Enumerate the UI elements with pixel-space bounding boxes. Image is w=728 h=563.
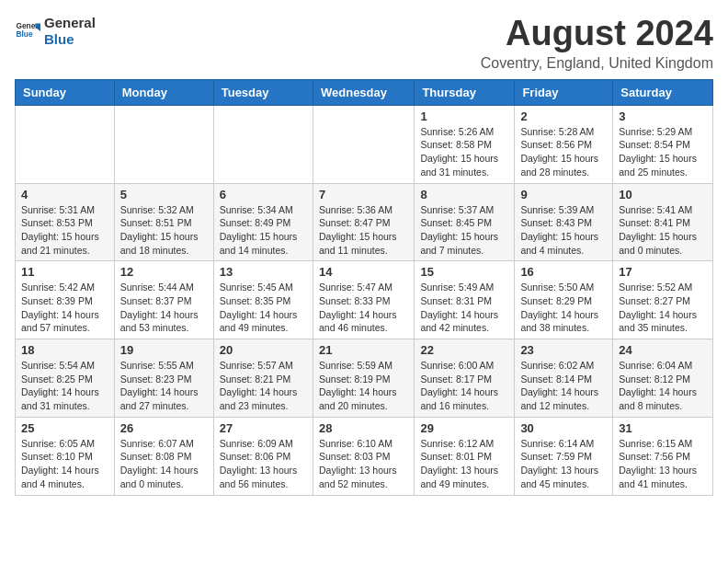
calendar-cell: 23Sunrise: 6:02 AM Sunset: 8:14 PM Dayli… (515, 339, 613, 418)
calendar-cell (313, 105, 414, 183)
day-number: 22 (420, 343, 508, 357)
day-info: Sunrise: 6:09 AM Sunset: 8:06 PM Dayligh… (220, 437, 307, 491)
day-header-wednesday: Wednesday (313, 79, 414, 105)
calendar-cell: 19Sunrise: 5:55 AM Sunset: 8:23 PM Dayli… (114, 339, 213, 418)
calendar-cell: 14Sunrise: 5:47 AM Sunset: 8:33 PM Dayli… (313, 261, 414, 339)
day-info: Sunrise: 6:07 AM Sunset: 8:08 PM Dayligh… (120, 437, 208, 491)
calendar-cell: 21Sunrise: 5:59 AM Sunset: 8:19 PM Dayli… (313, 339, 414, 418)
location-title: Coventry, England, United Kingdom (481, 55, 713, 72)
calendar-cell: 30Sunrise: 6:14 AM Sunset: 7:59 PM Dayli… (515, 417, 613, 495)
calendar-cell: 26Sunrise: 6:07 AM Sunset: 8:08 PM Dayli… (114, 417, 213, 495)
day-number: 28 (319, 421, 408, 435)
calendar-table: SundayMondayTuesdayWednesdayThursdayFrid… (15, 79, 713, 496)
day-header-monday: Monday (114, 79, 213, 105)
day-number: 13 (220, 265, 307, 279)
week-row-1: 1Sunrise: 5:26 AM Sunset: 8:58 PM Daylig… (16, 105, 713, 183)
day-info: Sunrise: 5:32 AM Sunset: 8:51 PM Dayligh… (120, 203, 208, 258)
calendar-cell: 4Sunrise: 5:31 AM Sunset: 8:53 PM Daylig… (16, 183, 115, 261)
day-number: 27 (220, 421, 307, 435)
day-number: 16 (520, 265, 607, 279)
day-number: 26 (120, 421, 208, 435)
day-info: Sunrise: 6:12 AM Sunset: 8:01 PM Dayligh… (420, 437, 508, 491)
calendar-cell: 5Sunrise: 5:32 AM Sunset: 8:51 PM Daylig… (114, 183, 213, 261)
day-info: Sunrise: 5:52 AM Sunset: 8:27 PM Dayligh… (619, 281, 707, 335)
day-info: Sunrise: 5:50 AM Sunset: 8:29 PM Dayligh… (520, 281, 607, 335)
calendar-cell: 28Sunrise: 6:10 AM Sunset: 8:03 PM Dayli… (313, 417, 414, 495)
calendar-cell (114, 105, 213, 183)
week-row-4: 18Sunrise: 5:54 AM Sunset: 8:25 PM Dayli… (16, 339, 713, 418)
day-number: 3 (619, 109, 707, 123)
day-info: Sunrise: 5:41 AM Sunset: 8:41 PM Dayligh… (619, 203, 707, 258)
day-number: 30 (520, 421, 607, 435)
logo: General Blue General Blue (15, 15, 96, 48)
logo-text-general: General (44, 15, 96, 31)
day-number: 18 (21, 343, 108, 357)
day-info: Sunrise: 5:26 AM Sunset: 8:58 PM Dayligh… (420, 125, 508, 179)
calendar-cell: 25Sunrise: 6:05 AM Sunset: 8:10 PM Dayli… (16, 417, 115, 495)
day-number: 8 (420, 188, 508, 201)
logo-icon: General Blue (15, 18, 40, 44)
week-row-5: 25Sunrise: 6:05 AM Sunset: 8:10 PM Dayli… (16, 417, 713, 495)
day-info: Sunrise: 6:00 AM Sunset: 8:17 PM Dayligh… (420, 359, 508, 413)
calendar-cell: 24Sunrise: 6:04 AM Sunset: 8:12 PM Dayli… (613, 339, 713, 418)
day-info: Sunrise: 5:55 AM Sunset: 8:23 PM Dayligh… (120, 359, 208, 413)
calendar-header-row: SundayMondayTuesdayWednesdayThursdayFrid… (16, 79, 713, 105)
calendar-cell: 29Sunrise: 6:12 AM Sunset: 8:01 PM Dayli… (415, 417, 515, 495)
calendar-cell: 12Sunrise: 5:44 AM Sunset: 8:37 PM Dayli… (114, 261, 213, 339)
day-info: Sunrise: 5:47 AM Sunset: 8:33 PM Dayligh… (319, 281, 408, 335)
day-number: 25 (21, 421, 108, 435)
title-area: August 2024 Coventry, England, United Ki… (481, 15, 713, 72)
day-info: Sunrise: 5:36 AM Sunset: 8:47 PM Dayligh… (319, 203, 408, 258)
day-info: Sunrise: 5:42 AM Sunset: 8:39 PM Dayligh… (21, 281, 108, 335)
calendar-cell: 1Sunrise: 5:26 AM Sunset: 8:58 PM Daylig… (415, 105, 515, 183)
day-number: 10 (619, 188, 707, 201)
day-info: Sunrise: 5:37 AM Sunset: 8:45 PM Dayligh… (420, 203, 508, 258)
day-number: 24 (619, 343, 707, 357)
day-number: 2 (520, 109, 607, 123)
logo-text-blue: Blue (44, 31, 96, 48)
svg-text:Blue: Blue (16, 29, 32, 39)
week-row-3: 11Sunrise: 5:42 AM Sunset: 8:39 PM Dayli… (16, 261, 713, 339)
day-info: Sunrise: 6:15 AM Sunset: 7:56 PM Dayligh… (619, 437, 707, 491)
calendar-body: 1Sunrise: 5:26 AM Sunset: 8:58 PM Daylig… (16, 105, 713, 495)
day-info: Sunrise: 6:14 AM Sunset: 7:59 PM Dayligh… (520, 437, 607, 491)
calendar-cell: 13Sunrise: 5:45 AM Sunset: 8:35 PM Dayli… (213, 261, 313, 339)
day-number: 31 (619, 421, 707, 435)
day-info: Sunrise: 5:45 AM Sunset: 8:35 PM Dayligh… (220, 281, 307, 335)
page-header: General Blue General Blue August 2024 Co… (15, 15, 713, 72)
day-info: Sunrise: 5:29 AM Sunset: 8:54 PM Dayligh… (619, 125, 707, 179)
day-number: 6 (220, 188, 307, 201)
day-info: Sunrise: 5:44 AM Sunset: 8:37 PM Dayligh… (120, 281, 208, 335)
day-number: 15 (420, 265, 508, 279)
calendar-cell: 16Sunrise: 5:50 AM Sunset: 8:29 PM Dayli… (515, 261, 613, 339)
calendar-cell: 7Sunrise: 5:36 AM Sunset: 8:47 PM Daylig… (313, 183, 414, 261)
day-number: 12 (120, 265, 208, 279)
day-header-tuesday: Tuesday (213, 79, 313, 105)
calendar-cell: 18Sunrise: 5:54 AM Sunset: 8:25 PM Dayli… (16, 339, 115, 418)
calendar-cell (213, 105, 313, 183)
calendar-cell: 11Sunrise: 5:42 AM Sunset: 8:39 PM Dayli… (16, 261, 115, 339)
day-number: 29 (420, 421, 508, 435)
day-number: 21 (319, 343, 408, 357)
day-header-thursday: Thursday (415, 79, 515, 105)
calendar-cell: 17Sunrise: 5:52 AM Sunset: 8:27 PM Dayli… (613, 261, 713, 339)
day-info: Sunrise: 6:04 AM Sunset: 8:12 PM Dayligh… (619, 359, 707, 413)
day-number: 4 (21, 188, 108, 201)
day-number: 1 (420, 109, 508, 123)
day-info: Sunrise: 5:54 AM Sunset: 8:25 PM Dayligh… (21, 359, 108, 413)
calendar-cell: 9Sunrise: 5:39 AM Sunset: 8:43 PM Daylig… (515, 183, 613, 261)
calendar-cell: 10Sunrise: 5:41 AM Sunset: 8:41 PM Dayli… (613, 183, 713, 261)
calendar-cell: 20Sunrise: 5:57 AM Sunset: 8:21 PM Dayli… (213, 339, 313, 418)
day-number: 23 (520, 343, 607, 357)
day-info: Sunrise: 6:10 AM Sunset: 8:03 PM Dayligh… (319, 437, 408, 491)
calendar-cell: 31Sunrise: 6:15 AM Sunset: 7:56 PM Dayli… (613, 417, 713, 495)
day-info: Sunrise: 5:57 AM Sunset: 8:21 PM Dayligh… (220, 359, 307, 413)
calendar-cell: 6Sunrise: 5:34 AM Sunset: 8:49 PM Daylig… (213, 183, 313, 261)
day-number: 5 (120, 188, 208, 201)
day-info: Sunrise: 5:31 AM Sunset: 8:53 PM Dayligh… (21, 203, 108, 258)
calendar-cell: 22Sunrise: 6:00 AM Sunset: 8:17 PM Dayli… (415, 339, 515, 418)
calendar-cell: 2Sunrise: 5:28 AM Sunset: 8:56 PM Daylig… (515, 105, 613, 183)
calendar-cell: 3Sunrise: 5:29 AM Sunset: 8:54 PM Daylig… (613, 105, 713, 183)
day-header-friday: Friday (515, 79, 613, 105)
day-number: 11 (21, 265, 108, 279)
